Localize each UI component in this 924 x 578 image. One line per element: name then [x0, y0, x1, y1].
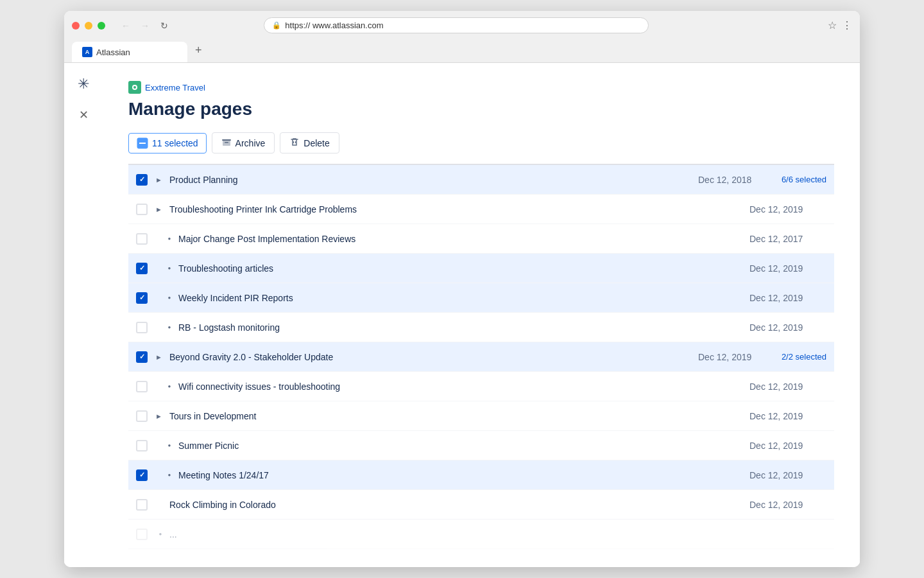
table-row[interactable]: Rock Climbing in ColoradoDec 12, 2019	[128, 490, 834, 520]
table-row[interactable]: ●Weekly Incident PIR ReportsDec 12, 2019	[128, 283, 834, 313]
tab-favicon: A	[82, 47, 92, 57]
table-row[interactable]: ►Tours in DevelopmentDec 12, 2019	[128, 401, 834, 431]
row-date: Dec 12, 2019	[749, 381, 814, 392]
selected-badge[interactable]: 11 selected	[128, 133, 207, 153]
active-tab[interactable]: A Atlassian	[72, 42, 187, 62]
row-date: Dec 12, 2019	[749, 263, 814, 274]
row-bullet-icon: ●	[164, 383, 175, 389]
delete-icon	[289, 137, 300, 149]
delete-button[interactable]: Delete	[280, 132, 339, 153]
table-row[interactable]: ●Meeting Notes 1/24/17Dec 12, 2019	[128, 460, 834, 490]
row-title: Weekly Incident PIR Reports	[178, 293, 749, 303]
table-row[interactable]: ●Troubleshooting articlesDec 12, 2019	[128, 254, 834, 283]
row-checkbox[interactable]	[136, 410, 148, 422]
svg-point-1	[133, 86, 136, 89]
browser-nav: ← → ↻	[118, 18, 172, 33]
row-checkbox[interactable]	[136, 263, 148, 274]
row-checkbox[interactable]	[136, 322, 148, 333]
row-checkbox[interactable]	[136, 469, 148, 481]
row-date: Dec 12, 2019	[749, 470, 814, 480]
row-checkbox[interactable]	[136, 204, 148, 215]
row-checkbox[interactable]	[136, 499, 148, 511]
row-date: Dec 12, 2019	[698, 352, 762, 362]
table-row[interactable]: ●Major Change Post Implementation Review…	[128, 224, 834, 254]
row-bullet-icon: ●	[164, 472, 175, 478]
close-button[interactable]	[72, 22, 80, 30]
row-checkbox[interactable]	[136, 351, 148, 363]
archive-label: Archive	[235, 138, 266, 148]
browser-controls: ← → ↻ 🔒 https:// www.atlassian.com ☆ ⋮	[72, 17, 852, 33]
main-content: Exxtreme Travel Manage pages 11 selected	[103, 63, 860, 567]
minimize-button[interactable]	[85, 22, 92, 30]
row-date: Dec 12, 2019	[749, 204, 814, 215]
space-icon	[128, 81, 141, 94]
row-checkbox[interactable]	[136, 440, 148, 451]
row-title: ...	[169, 529, 826, 539]
url-text: https:// www.atlassian.com	[285, 21, 383, 30]
archive-button[interactable]: Archive	[212, 132, 275, 153]
svg-rect-4	[222, 139, 231, 141]
tab-title: Atlassian	[96, 48, 130, 57]
browser-window: ← → ↻ 🔒 https:// www.atlassian.com ☆ ⋮ A…	[64, 11, 860, 567]
address-actions: ☆ ⋮	[828, 19, 852, 31]
row-checkbox[interactable]	[136, 174, 148, 186]
menu-button[interactable]: ⋮	[842, 19, 852, 31]
row-checkbox[interactable]	[136, 529, 148, 540]
page-title: Manage pages	[128, 99, 834, 119]
row-title: Beyond Gravity 2.0 - Stakeholder Update	[169, 352, 698, 362]
row-date: Dec 12, 2017	[749, 234, 814, 244]
row-expand-icon[interactable]: ►	[155, 353, 166, 361]
row-selected-badge: 6/6 selected	[775, 175, 826, 184]
row-bullet-icon: ●	[164, 265, 175, 271]
row-date: Dec 12, 2019	[749, 500, 814, 510]
address-bar[interactable]: 🔒 https:// www.atlassian.com	[264, 17, 649, 33]
row-selected-badge: 2/2 selected	[775, 352, 826, 362]
bookmark-button[interactable]: ☆	[828, 19, 837, 31]
table-row[interactable]: ●Summer PicnicDec 12, 2019	[128, 431, 834, 460]
row-checkbox[interactable]	[136, 381, 148, 392]
row-bullet-icon: ●	[164, 295, 175, 301]
row-bullet-icon: ●	[155, 531, 166, 537]
maximize-button[interactable]	[98, 22, 105, 30]
row-date: Dec 12, 2019	[749, 293, 814, 303]
row-title: RB - Logstash monitoring	[178, 322, 749, 333]
row-title: Troubleshooting Printer Ink Cartridge Pr…	[169, 204, 749, 215]
row-expand-icon[interactable]: ►	[155, 412, 166, 420]
toolbar: 11 selected Archive Delete	[128, 132, 834, 153]
tab-bar: A Atlassian +	[72, 39, 852, 62]
row-date: Dec 12, 2018	[698, 175, 762, 185]
row-title: Tours in Development	[169, 411, 749, 421]
row-title: Wifi connectivity issues - troubleshooti…	[178, 381, 749, 392]
row-checkbox[interactable]	[136, 233, 148, 245]
svg-rect-5	[225, 142, 228, 143]
breadcrumb-space[interactable]: Exxtreme Travel	[145, 83, 205, 92]
reload-button[interactable]: ↻	[157, 18, 172, 33]
row-bullet-icon: ●	[164, 236, 175, 241]
new-tab-button[interactable]: +	[187, 39, 210, 62]
row-date: Dec 12, 2019	[749, 322, 814, 333]
table-row[interactable]: ►Product PlanningDec 12, 20186/6 selecte…	[128, 165, 834, 195]
table-row[interactable]: ●...	[128, 520, 834, 549]
forward-button[interactable]: →	[137, 18, 153, 33]
back-button[interactable]: ←	[118, 18, 133, 33]
browser-content: ✳ ✕ Exxtreme Travel Manage pages	[64, 63, 860, 567]
row-expand-icon[interactable]: ►	[155, 176, 166, 184]
lock-icon: 🔒	[272, 21, 281, 30]
row-title: Product Planning	[169, 175, 698, 185]
pages-table: ►Product PlanningDec 12, 20186/6 selecte…	[128, 164, 834, 549]
breadcrumb: Exxtreme Travel	[128, 81, 834, 94]
table-row[interactable]: ●Wifi connectivity issues - troubleshoot…	[128, 372, 834, 401]
table-row[interactable]: ●RB - Logstash monitoringDec 12, 2019	[128, 313, 834, 342]
confluence-logo[interactable]: ✳	[78, 76, 89, 92]
table-row[interactable]: ►Beyond Gravity 2.0 - Stakeholder Update…	[128, 342, 834, 372]
row-bullet-icon: ●	[164, 442, 175, 448]
row-date: Dec 12, 2019	[749, 441, 814, 451]
row-title: Rock Climbing in Colorado	[169, 500, 749, 510]
partial-check-icon	[137, 137, 148, 149]
svg-rect-3	[139, 143, 146, 144]
sidebar-close-icon[interactable]: ✕	[79, 108, 89, 122]
sidebar: ✳ ✕	[64, 63, 103, 567]
row-checkbox[interactable]	[136, 292, 148, 304]
row-expand-icon[interactable]: ►	[155, 206, 166, 213]
table-row[interactable]: ►Troubleshooting Printer Ink Cartridge P…	[128, 195, 834, 224]
